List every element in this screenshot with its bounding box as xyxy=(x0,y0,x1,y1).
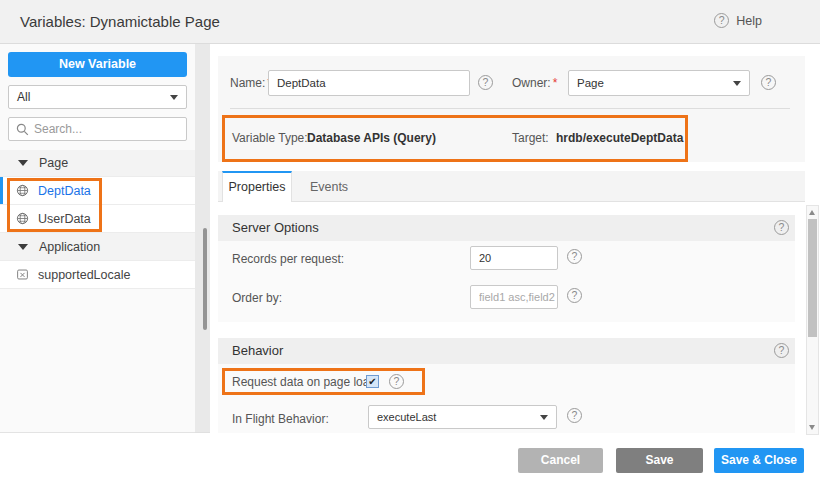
highlight-box-request-on-load: Request data on page load xyxy=(222,368,425,395)
help-icon[interactable] xyxy=(714,13,729,28)
model-variable-icon xyxy=(16,268,29,281)
variable-type-value: Database APIs (Query) xyxy=(307,118,436,159)
target-label: Target: xyxy=(512,118,549,159)
dialog-header: Variables: Dynamictable Page Help xyxy=(0,0,820,44)
sidebar-item-supportedlocale[interactable]: supportedLocale xyxy=(0,261,195,289)
service-variable-icon xyxy=(16,184,29,197)
filter-selected-value: All xyxy=(17,90,30,104)
scroll-down-arrow-icon[interactable] xyxy=(809,425,815,430)
in-flight-behavior-select[interactable]: executeLast xyxy=(368,405,557,429)
help-icon[interactable] xyxy=(478,75,493,90)
behavior-section: Behavior Request data on page load In Fl… xyxy=(218,338,795,433)
group-label: Page xyxy=(39,156,68,170)
owner-label: Owner:* xyxy=(512,76,557,90)
scroll-up-arrow-icon[interactable] xyxy=(809,210,815,215)
order-by-field[interactable] xyxy=(470,285,558,309)
owner-selected-value: Page xyxy=(577,77,604,89)
variables-dialog: Variables: Dynamictable Page Help New Va… xyxy=(0,0,820,488)
records-per-request-field[interactable] xyxy=(470,246,558,270)
item-label: DeptData xyxy=(38,184,91,198)
help-icon[interactable] xyxy=(761,75,776,90)
sidebar-group-page[interactable]: Page xyxy=(0,150,195,177)
caret-down-icon xyxy=(18,244,28,250)
save-and-close-button[interactable]: Save & Close xyxy=(714,448,804,473)
search-input[interactable] xyxy=(34,122,174,136)
in-flight-selected-value: executeLast xyxy=(377,411,436,423)
help-icon[interactable] xyxy=(389,374,404,389)
search-icon xyxy=(16,123,29,136)
help-icon[interactable] xyxy=(567,249,582,264)
sidebar-scrollbar-thumb[interactable] xyxy=(203,228,207,330)
server-options-section: Server Options Records per request: Orde… xyxy=(218,215,795,322)
variables-sidebar: New Variable All Page xyxy=(0,44,195,433)
variable-type-label: Variable Type: xyxy=(232,118,308,159)
service-variable-icon xyxy=(16,212,29,225)
caret-down-icon xyxy=(18,160,28,166)
sidebar-group-application[interactable]: Application xyxy=(0,233,195,261)
chevron-down-icon xyxy=(170,95,178,100)
required-asterisk: * xyxy=(553,76,558,90)
tab-bar: Properties Events xyxy=(218,171,805,202)
help-button[interactable]: Help xyxy=(714,13,762,28)
item-label: UserData xyxy=(38,212,91,226)
in-flight-behavior-label: In Flight Behavior: xyxy=(232,412,329,426)
request-data-on-load-label: Request data on page load xyxy=(232,375,376,389)
chevron-down-icon xyxy=(540,415,548,420)
save-button[interactable]: Save xyxy=(616,448,703,473)
highlight-box-variable-type: Variable Type: Database APIs (Query) Tar… xyxy=(222,115,688,162)
owner-select[interactable]: Page xyxy=(568,70,750,96)
help-icon[interactable] xyxy=(774,220,789,235)
records-per-request-label: Records per request: xyxy=(232,252,344,266)
help-icon[interactable] xyxy=(567,288,582,303)
behavior-header: Behavior xyxy=(218,338,795,364)
selection-bar xyxy=(0,177,3,204)
sidebar-item-userdata[interactable]: UserData xyxy=(0,205,195,233)
page-title: Variables: Dynamictable Page xyxy=(20,13,220,30)
main-scrollbar[interactable] xyxy=(806,205,819,435)
variable-details-form: Name:* Owner:* Page Variable Type: Datab… xyxy=(218,56,805,162)
sidebar-item-deptdata[interactable]: DeptData xyxy=(0,177,195,205)
new-variable-button[interactable]: New Variable xyxy=(8,52,187,77)
help-icon[interactable] xyxy=(567,408,582,423)
variable-search[interactable] xyxy=(8,117,187,141)
item-label: supportedLocale xyxy=(38,268,130,282)
request-data-checkbox[interactable] xyxy=(366,375,379,388)
target-value: hrdb/executeDeptData xyxy=(556,118,683,159)
name-field[interactable] xyxy=(268,70,470,96)
chevron-down-icon xyxy=(733,81,741,86)
help-icon[interactable] xyxy=(774,343,789,358)
section-title: Behavior xyxy=(232,338,283,364)
tab-properties[interactable]: Properties xyxy=(222,171,292,202)
group-label: Application xyxy=(39,240,100,254)
order-by-label: Order by: xyxy=(232,291,282,305)
variable-filter-select[interactable]: All xyxy=(8,85,187,109)
name-label: Name:* xyxy=(230,76,272,90)
cancel-button[interactable]: Cancel xyxy=(518,448,603,473)
tab-events[interactable]: Events xyxy=(296,173,362,201)
form-divider xyxy=(230,108,790,109)
main-scrollbar-thumb[interactable] xyxy=(808,219,817,337)
server-options-header: Server Options xyxy=(218,215,795,241)
section-title: Server Options xyxy=(232,215,319,241)
help-label[interactable]: Help xyxy=(736,14,762,28)
